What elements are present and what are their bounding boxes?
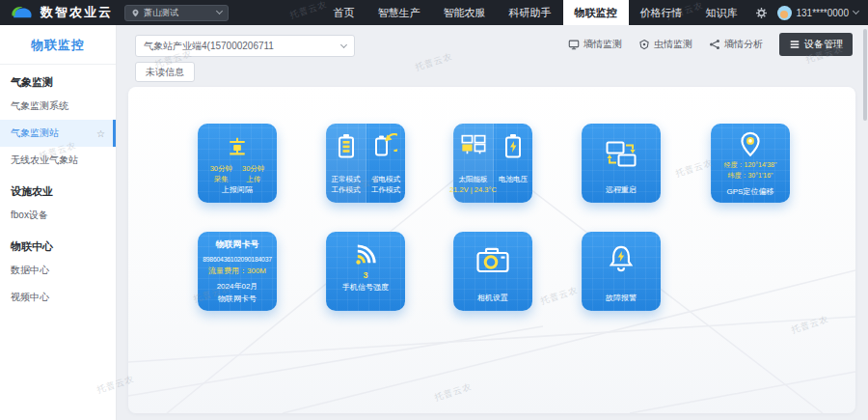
list-icon: [789, 39, 800, 50]
nav-smart-production[interactable]: 智慧生产: [366, 0, 432, 25]
share-icon: [709, 39, 720, 50]
gps-longitude: 经度：120°14'38": [724, 160, 777, 171]
card-label: 远程重启: [606, 184, 637, 195]
card-work-mode: 正常模式 工作模式 省电模式 工作模式: [326, 124, 405, 203]
work-mode-normal[interactable]: 正常模式 工作模式: [326, 124, 366, 203]
card-signal[interactable]: 3 手机信号强度: [326, 232, 405, 311]
sim-month: 2024年02月: [217, 281, 258, 292]
content-panel: 30分钟 采集 30分钟 上传 上报间隔 正常模式 工作模式: [128, 87, 855, 413]
username: 131****0000: [797, 8, 850, 18]
remote-restart-icon: [606, 141, 637, 167]
card-label: 物联网卡号: [218, 294, 257, 304]
sidebar-group-facility: 设施农业: [0, 174, 116, 202]
toolbar-button-label: 设备管理: [804, 38, 843, 51]
gps-coordinates: 经度：120°14'38" 纬度：30°1'16": [724, 160, 777, 181]
toolbar-device-management[interactable]: 设备管理: [779, 33, 853, 56]
page: { "colors": { "accent": "#3a8ee6", "card…: [0, 0, 868, 420]
nav-knowledge-base[interactable]: 知识库: [694, 0, 749, 25]
interval-values: 30分钟 采集 30分钟 上传: [210, 164, 265, 184]
sidebar-item-wireless-station[interactable]: 无线农业气象站: [0, 147, 116, 174]
star-icon[interactable]: ☆: [96, 128, 105, 139]
card-power-status: 太阳能板 21.2V | 24.3°C 电池电压: [453, 124, 532, 203]
battery-charge-icon: [504, 133, 522, 158]
nav-iot-monitoring[interactable]: 物联监控: [563, 0, 629, 25]
sidebar-item-label: 数据中心: [11, 264, 108, 277]
sidebar-group-weather: 气象监测: [0, 65, 116, 93]
nav-home[interactable]: 首页: [322, 0, 366, 25]
monitor-icon: [568, 39, 580, 50]
battery-icon: [337, 133, 356, 158]
card-remote-restart[interactable]: 远程重启: [582, 124, 661, 203]
mode-name: 正常模式: [332, 175, 361, 185]
upload-interval-label: 上传: [246, 175, 260, 185]
sim-data-plan: 流量费用：300M: [208, 266, 266, 276]
card-camera-settings[interactable]: 相机设置: [453, 232, 532, 311]
toolbar-soil-moisture-monitor[interactable]: 墒情监测: [568, 38, 622, 51]
top-navigation: 首页 智慧生产 智能农服 科研助手 物联监控 价格行情 知识库: [322, 0, 749, 25]
nav-price-market[interactable]: 价格行情: [629, 0, 694, 25]
sidebar-item-label: fbox设备: [11, 209, 108, 222]
sidebar-item-video-center[interactable]: 视频中心: [0, 284, 116, 311]
location-select[interactable]: 萧山测试: [124, 5, 229, 21]
collect-interval-label: 采集: [214, 175, 229, 185]
collect-interval-value: 30分钟: [210, 164, 232, 175]
location-pin-icon: [131, 9, 140, 17]
card-label: 上报间隔: [222, 184, 253, 195]
gps-latitude: 纬度：30°1'16": [727, 171, 773, 182]
camera-icon: [476, 246, 509, 273]
user-menu[interactable]: 131****0000: [777, 6, 859, 20]
brand-logo-icon: [8, 4, 35, 22]
settings-gear-icon[interactable]: [755, 7, 768, 19]
card-gps[interactable]: 经度：120°14'38" 纬度：30°1'16" GPS定位偏移: [711, 124, 790, 203]
signal-value: 3: [363, 270, 367, 280]
sim-card-title: 物联网卡号: [216, 238, 259, 251]
sidebar-item-label: 气象监测站: [11, 126, 95, 140]
sidebar-item-label: 气象监测系统: [11, 99, 108, 113]
chevron-down-icon: [340, 41, 347, 47]
solar-panel-status[interactable]: 太阳能板 21.2V | 24.3°C: [453, 124, 493, 203]
sidebar-item-data-center[interactable]: 数据中心: [0, 257, 116, 284]
chevron-down-icon: [216, 8, 223, 14]
battery-voltage-label: 电池电压: [499, 175, 528, 185]
sidebar-item-weather-system[interactable]: 气象监测系统: [0, 93, 116, 120]
nav-research-assistant[interactable]: 科研助手: [498, 0, 563, 25]
toolbar-button-label: 虫情监测: [654, 38, 692, 51]
card-label: 相机设置: [477, 293, 508, 303]
sidebar-title: 物联监控: [0, 25, 116, 65]
card-sim[interactable]: 物联网卡号 89860436102090184037 流量费用：300M 202…: [198, 232, 277, 311]
device-select-value: 气象站产业端4(157000206711: [144, 40, 336, 53]
toolbar-moisture-analysis[interactable]: 墒情分析: [709, 38, 763, 51]
vertical-scrollbar[interactable]: [862, 25, 868, 420]
solar-label: 太阳能板: [459, 175, 488, 185]
sim-card-number: 89860436102090184037: [203, 256, 272, 263]
wifi-icon: [353, 241, 379, 267]
bug-icon: [638, 39, 650, 50]
card-report-interval[interactable]: 30分钟 采集 30分钟 上传 上报间隔: [198, 124, 277, 203]
sidebar: 物联监控 气象监测 气象监测系统 气象监测站 ☆ 无线农业气象站 设施农业 fb…: [0, 25, 117, 420]
solar-panel-icon: [460, 133, 487, 155]
mode-name: 省电模式: [371, 175, 400, 185]
sidebar-item-label: 无线农业气象站: [11, 154, 108, 167]
sidebar-item-weather-station[interactable]: 气象监测站 ☆: [0, 120, 116, 147]
brand-name: 数智农业云: [41, 4, 113, 21]
scrollbar-thumb[interactable]: [863, 29, 867, 121]
card-fault-alarm[interactable]: 故障报警: [582, 232, 661, 311]
unread-messages-button[interactable]: 未读信息: [135, 62, 195, 82]
content-toolbar: 墒情监测 虫情监测 墒情分析 设备管理: [568, 33, 853, 56]
card-label: 手机信号强度: [342, 282, 389, 293]
card-label: 故障报警: [606, 293, 637, 303]
sidebar-item-label: 视频中心: [11, 291, 108, 304]
nav-smart-agservice[interactable]: 智能农服: [432, 0, 498, 25]
device-select[interactable]: 气象站产业端4(157000206711: [135, 35, 355, 57]
upload-interval-value: 30分钟: [242, 164, 264, 175]
toolbar-insect-monitor[interactable]: 虫情监测: [638, 38, 692, 51]
toolbar-button-label: 墒情分析: [724, 38, 763, 51]
work-mode-power-save[interactable]: 省电模式 工作模式: [366, 124, 405, 203]
brand[interactable]: 数智农业云: [8, 4, 113, 22]
mode-label: 工作模式: [371, 185, 400, 196]
battery-voltage-status[interactable]: 电池电压: [493, 124, 532, 203]
battery-save-icon: [374, 133, 397, 158]
mode-label: 工作模式: [332, 185, 361, 196]
sidebar-item-fbox[interactable]: fbox设备: [0, 202, 116, 229]
interval-icon: [225, 136, 250, 159]
